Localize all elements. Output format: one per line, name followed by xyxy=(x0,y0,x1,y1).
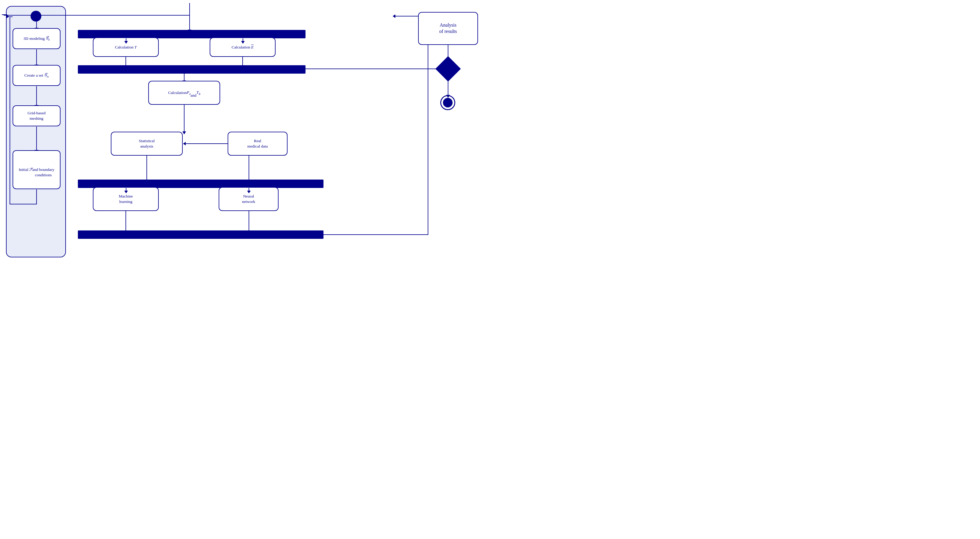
arrow-create-grid xyxy=(36,86,37,105)
right-column: Analysisof results xyxy=(412,6,484,251)
conn-top-to-analysis-head xyxy=(393,14,395,18)
arr-stat-bar3-b xyxy=(248,155,249,180)
end-circle-inner xyxy=(443,98,453,108)
arrow-3d-create xyxy=(36,49,37,65)
box-create-set: Create a set 𝒢⃗m xyxy=(13,65,60,86)
arr-pd-stat xyxy=(184,105,185,132)
box-calc-pd-tb: Calculation Pdand TB xyxy=(148,81,220,105)
box-3d-modeling: 3D modeling 𝒢⃗0 xyxy=(13,28,60,49)
end-circle xyxy=(440,95,455,110)
arr-e-bar2 xyxy=(242,57,243,66)
arr-bar2-pd xyxy=(184,74,185,81)
arr-ml-bar4 xyxy=(126,211,126,231)
top-entry-line xyxy=(189,3,190,30)
bar3-to-nn-head xyxy=(247,191,251,193)
left-swimlane: 3D modeling 𝒢⃗0 Create a set 𝒢⃗m Grid-ba… xyxy=(6,6,66,257)
loop-down xyxy=(36,189,37,205)
arr-nn-bar4 xyxy=(248,211,249,231)
bar-1 xyxy=(78,30,305,38)
loop-left xyxy=(10,204,37,205)
arr-pd-stat-head xyxy=(182,132,186,135)
arr-t-bar2 xyxy=(126,57,126,66)
bar3-to-ml xyxy=(126,188,126,191)
arr-real-stat-line xyxy=(186,143,228,144)
bar1-to-calce-head xyxy=(241,41,245,44)
top-horiz-conn xyxy=(3,15,189,16)
bar-2 xyxy=(78,65,305,74)
bar1-to-calct xyxy=(126,38,126,41)
mid-column: Calculation T Calculation E Calculation … xyxy=(78,3,377,263)
box-grid-meshing: Grid-basedmeshing xyxy=(13,105,60,126)
box-real-medical-data: Realmedical data xyxy=(228,132,288,155)
start-circle xyxy=(30,11,41,22)
bar-3 xyxy=(78,179,323,188)
arrow-grid-initial xyxy=(36,127,37,150)
box-statistical-analysis: Statisticalanalysis xyxy=(111,132,183,155)
loop-up xyxy=(10,17,10,205)
loop-back-horiz xyxy=(116,68,441,69)
box-initial-conditions: Initial ℱ⃗and boundaryconditions xyxy=(13,150,60,189)
diagram-container: 3D modeling 𝒢⃗0 Create a set 𝒢⃗m Grid-ba… xyxy=(0,0,490,270)
bar3-to-nn xyxy=(248,188,249,191)
bar1-to-calct-head xyxy=(124,41,128,44)
arrow-start-3d xyxy=(36,22,37,28)
bar-4 xyxy=(78,230,323,239)
arr-diamond-end xyxy=(448,79,449,95)
bar3-to-ml-head xyxy=(124,191,128,193)
arr-real-stat-head xyxy=(183,142,186,146)
bar1-to-calce xyxy=(243,38,243,41)
arr-stat-bar3 xyxy=(146,155,147,180)
box-analysis-of-results: Analysisof results xyxy=(418,12,478,45)
